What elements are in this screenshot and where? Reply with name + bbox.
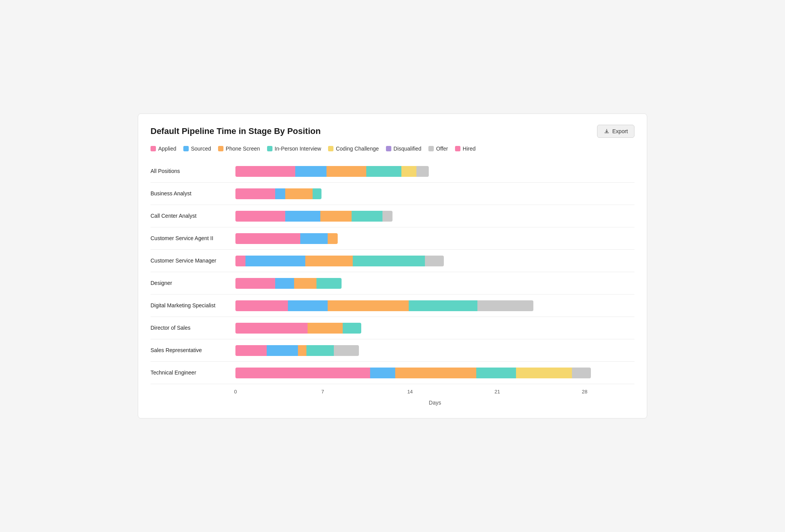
chart-row: Technical Engineer [151, 362, 634, 384]
export-icon [604, 128, 610, 134]
row-label: All Positions [151, 168, 235, 175]
bar-segment-in_person [313, 188, 321, 199]
chart-row: Business Analyst [151, 183, 634, 205]
x-axis-label: 0 [234, 389, 237, 395]
row-label: Business Analyst [151, 190, 235, 197]
legend-label: Disqualified [394, 146, 421, 152]
bar-container [235, 368, 634, 378]
legend-item: Applied [151, 146, 176, 152]
bar-segment-phone_screen [305, 256, 353, 266]
bar-container [235, 211, 634, 222]
row-label: Digital Marketing Specialist [151, 302, 235, 309]
bar-segment-phone_screen [320, 211, 352, 222]
bar-segment-sourced [288, 300, 328, 311]
bar-segment-offer [572, 368, 590, 378]
legend-label: Applied [158, 146, 176, 152]
legend-item: Disqualified [386, 146, 421, 152]
bar-segment-applied [235, 233, 300, 244]
bar-segment-in_person [352, 211, 383, 222]
row-label: Call Center Analyst [151, 212, 235, 219]
legend-label: Coding Challenge [336, 146, 379, 152]
export-button[interactable]: Export [597, 125, 634, 138]
bar-container [235, 233, 634, 244]
bar-container [235, 278, 634, 289]
bar-segment-sourced [275, 188, 285, 199]
chart-row: Designer [151, 272, 634, 295]
legend-label: Sourced [191, 146, 211, 152]
bar-segment-in_person [316, 278, 342, 289]
legend-item: Coding Challenge [328, 146, 379, 152]
chart-header: Default Pipeline Time in Stage By Positi… [151, 125, 634, 138]
bar-segment-phone_screen [328, 233, 338, 244]
legend-item: Offer [428, 146, 448, 152]
bar-segment-phone_screen [298, 345, 307, 356]
bar-segment-sourced [300, 233, 328, 244]
bar-segment-in_person [306, 345, 334, 356]
bar-container [235, 345, 634, 356]
legend-item: Phone Screen [218, 146, 260, 152]
chart-area: All PositionsBusiness AnalystCall Center… [151, 160, 634, 384]
bar-segment-phone_screen [327, 166, 366, 177]
bar-segment-applied [235, 188, 275, 199]
bar-segment-applied [235, 345, 267, 356]
row-label: Sales Representative [151, 347, 235, 354]
legend-color [386, 146, 391, 151]
bar-segment-phone_screen [294, 278, 316, 289]
chart-row: Digital Marketing Specialist [151, 295, 634, 317]
bar-container [235, 166, 634, 177]
bar-segment-phone_screen [328, 300, 409, 311]
chart-legend: AppliedSourcedPhone ScreenIn-Person Inte… [151, 146, 634, 152]
legend-item: Sourced [183, 146, 211, 152]
bar-segment-in_person [353, 256, 425, 266]
row-label: Customer Service Agent II [151, 235, 235, 242]
x-axis-label: 14 [407, 389, 413, 395]
bar-container [235, 188, 634, 199]
row-label: Designer [151, 280, 235, 286]
bar-segment-applied [235, 300, 288, 311]
bar-container [235, 256, 634, 266]
chart-row: Customer Service Agent II [151, 227, 634, 250]
bar-segment-offer [477, 300, 533, 311]
bar-segment-in_person [343, 323, 361, 334]
legend-item: In-Person Interview [267, 146, 321, 152]
bar-segment-phone_screen [308, 323, 342, 334]
bar-segment-in_person [409, 300, 477, 311]
bar-segment-offer [382, 211, 392, 222]
legend-label: In-Person Interview [275, 146, 321, 152]
bar-segment-applied [235, 256, 245, 266]
bar-segment-sourced [295, 166, 327, 177]
bar-segment-sourced [245, 256, 305, 266]
bar-segment-coding [401, 166, 416, 177]
chart-row: Director of Sales [151, 317, 634, 339]
legend-label: Hired [463, 146, 475, 152]
row-label: Technical Engineer [151, 369, 235, 376]
bar-segment-applied [235, 368, 370, 378]
x-axis: 07142128 [235, 389, 634, 398]
row-label: Customer Service Manager [151, 257, 235, 264]
chart-title: Default Pipeline Time in Stage By Positi… [151, 126, 321, 136]
legend-color [151, 146, 156, 151]
x-axis-title: Days [235, 400, 634, 406]
bar-segment-sourced [285, 211, 320, 222]
bar-segment-coding [516, 368, 572, 378]
legend-label: Offer [436, 146, 448, 152]
bar-segment-sourced [275, 278, 294, 289]
bar-segment-offer [334, 345, 359, 356]
x-axis-label: 28 [582, 389, 587, 395]
bar-segment-in_person [366, 166, 401, 177]
legend-color [218, 146, 223, 151]
bar-segment-phone_screen [395, 368, 476, 378]
bar-container [235, 300, 634, 311]
legend-color [183, 146, 189, 151]
bar-container [235, 323, 634, 334]
chart-row: All Positions [151, 160, 634, 183]
bar-segment-phone_screen [285, 188, 313, 199]
bar-segment-offer [425, 256, 443, 266]
legend-color [328, 146, 333, 151]
legend-color [455, 146, 460, 151]
row-label: Director of Sales [151, 324, 235, 331]
bar-segment-sourced [267, 345, 298, 356]
x-axis-label: 7 [321, 389, 324, 395]
chart-row: Call Center Analyst [151, 205, 634, 227]
chart-card: Default Pipeline Time in Stage By Positi… [138, 114, 647, 418]
